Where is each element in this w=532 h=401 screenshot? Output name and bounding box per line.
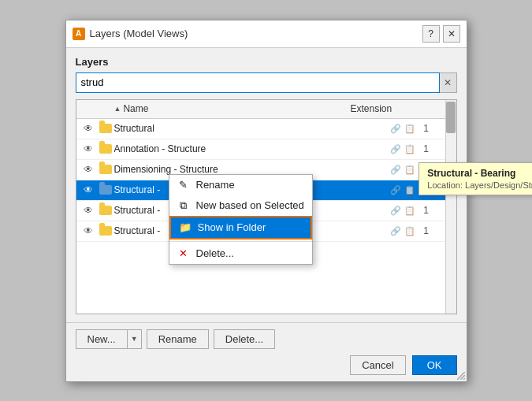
folder-icon (97, 185, 114, 195)
tooltip-title: Structural - Bearing (427, 168, 532, 179)
folder-icon (97, 124, 114, 133)
new-button[interactable]: New... (76, 329, 128, 349)
tooltip-location: Location: Layers/Design/Structural (427, 180, 532, 190)
visibility-icon[interactable]: 👁 (80, 123, 97, 134)
tooltip: Structural - Bearing Location: Layers/De… (419, 162, 532, 195)
scrollbar-thumb[interactable] (446, 102, 456, 133)
row-count: 1 (419, 143, 434, 154)
visibility-icon[interactable]: 👁 (80, 225, 97, 236)
ext-icon1: 🔗 (390, 226, 401, 236)
delete-button[interactable]: Delete... (214, 329, 275, 349)
row-ext: 🔗 📋 1 (390, 123, 453, 134)
table-row[interactable]: 👁 Structural 🔗 📋 1 (76, 119, 456, 139)
visibility-icon[interactable]: 👁 (80, 205, 97, 216)
search-row: ✕ (76, 72, 457, 93)
new-split-button: New... ▼ (76, 329, 142, 349)
ctx-show-folder-label: Show in Folder (198, 221, 266, 233)
ext-icon2: 📋 (404, 144, 415, 154)
folder-icon (97, 144, 114, 154)
visibility-icon[interactable]: 👁 (80, 143, 97, 154)
ctx-delete-label: Delete... (196, 247, 234, 259)
visibility-icon[interactable]: 👁 (80, 164, 97, 175)
row-count: 1 (419, 205, 434, 216)
footer-row2: Cancel OK (76, 355, 457, 375)
cancel-button[interactable]: Cancel (350, 355, 405, 375)
ctx-rename-label: Rename (196, 179, 235, 191)
ext-icon2: 📋 (404, 206, 415, 216)
row-count: 1 (419, 123, 434, 134)
scrollbar[interactable] (445, 100, 456, 314)
ext-icon1: 🔗 (390, 185, 401, 195)
rename-icon: ✎ (177, 179, 190, 191)
search-clear-button[interactable]: ✕ (440, 72, 457, 93)
delete-icon: ✕ (177, 247, 190, 260)
new-based-icon: ⧉ (177, 199, 190, 212)
folder-icon (97, 226, 114, 236)
ext-icon2: 📋 (404, 226, 415, 236)
section-label: Layers (76, 56, 457, 68)
folder-icon (97, 165, 114, 174)
ext-icon1: 🔗 (390, 124, 401, 134)
title-bar-controls: ? ✕ (422, 25, 460, 43)
ext-icon1: 🔗 (390, 165, 401, 175)
row-name: Annotation - Structure (114, 143, 390, 154)
row-ext: 🔗 📋 1 (390, 205, 453, 216)
visibility-icon[interactable]: 👁 (80, 184, 97, 195)
table-row[interactable]: 👁 Annotation - Structure 🔗 📋 1 (76, 139, 456, 160)
search-input[interactable] (76, 72, 440, 93)
ext-icon1: 🔗 (390, 206, 401, 216)
ctx-new-based[interactable]: ⧉ New based on Selected (169, 195, 312, 216)
ctx-rename[interactable]: ✎ Rename (169, 175, 312, 195)
svg-line-2 (463, 378, 465, 380)
table-header: ▲ Name Extension (76, 100, 456, 119)
row-ext: 🔗 📋 1 (390, 225, 453, 236)
ctx-divider (169, 241, 312, 242)
rename-button[interactable]: Rename (147, 329, 209, 349)
dialog-title: Layers (Model Views) (90, 28, 188, 39)
help-button[interactable]: ? (422, 25, 440, 43)
col-ext-header: Extension (351, 103, 414, 114)
folder-icon (97, 206, 114, 215)
app-icon: A (73, 28, 85, 40)
new-dropdown-button[interactable]: ▼ (128, 329, 142, 349)
ext-icon2: 📋 (404, 124, 415, 134)
col-name-header[interactable]: ▲ Name (114, 103, 351, 114)
footer-row1: New... ▼ Rename Delete... (76, 329, 457, 349)
title-bar-left: A Layers (Model Views) (73, 28, 188, 40)
ext-icon2: 📋 (404, 185, 415, 195)
dialog-footer: New... ▼ Rename Delete... Cancel OK (66, 322, 467, 381)
resize-handle[interactable] (456, 370, 465, 380)
title-bar: A Layers (Model Views) ? ✕ (66, 20, 467, 48)
ctx-new-based-label: New based on Selected (196, 199, 304, 211)
context-menu: ✎ Rename ⧉ New based on Selected 📁 Show … (169, 174, 313, 265)
row-count: 1 (419, 225, 434, 236)
ctx-delete[interactable]: ✕ Delete... (169, 243, 312, 264)
show-folder-icon: 📁 (179, 221, 192, 234)
row-ext: 🔗 📋 1 (390, 143, 453, 154)
close-button[interactable]: ✕ (443, 25, 460, 43)
ext-icon2: 📋 (404, 165, 415, 175)
ok-button[interactable]: OK (412, 355, 457, 375)
row-name: Structural (114, 123, 390, 134)
ext-icon1: 🔗 (390, 144, 401, 154)
layers-dialog: A Layers (Model Views) ? ✕ Layers ✕ ▲ (65, 20, 467, 382)
ctx-show-in-folder[interactable]: 📁 Show in Folder (169, 216, 312, 239)
